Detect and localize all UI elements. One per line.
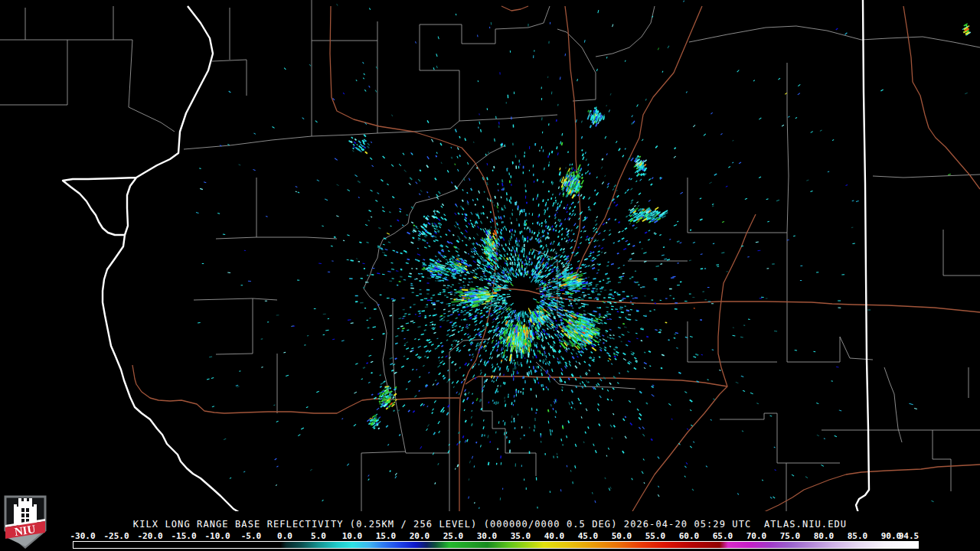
colorbar-tick: 5.0 [311, 531, 326, 541]
colorbar-tick: 70.0 [746, 531, 767, 541]
colorbar-tick: -20.0 [137, 531, 162, 541]
footer-bar: KILX LONG RANGE BASE REFLECTIVITY (0.25K… [0, 511, 980, 551]
colorbar-tick: 25.0 [443, 531, 464, 541]
colorbar-tick: 10.0 [342, 531, 363, 541]
colorbar-tick: -15.0 [171, 531, 196, 541]
colorbar-tick: 20.0 [410, 531, 430, 541]
niu-logo: NIU [3, 494, 47, 549]
colorbar-tick: 75.0 [780, 531, 801, 541]
colorbar-tick: 55.0 [645, 531, 666, 541]
colorbar-tick: 30.0 [477, 531, 498, 541]
colorbar-tick: 15.0 [376, 531, 397, 541]
radar-viewer: KILX LONG RANGE BASE REFLECTIVITY (0.25K… [0, 0, 980, 551]
colorbar-tick: 65.0 [713, 531, 733, 541]
colorbar-tick: 0.0 [277, 531, 292, 541]
colorbar-tick: 40.0 [544, 531, 565, 541]
colorbar-tick: 80.0 [814, 531, 835, 541]
radar-map-canvas [0, 0, 980, 551]
colorbar-tick: 35.0 [511, 531, 531, 541]
colorbar-tick-labels: -30.0-25.0-20.0-15.0-10.0-5.00.05.010.01… [0, 531, 980, 540]
colorbar-tick: 85.0 [848, 531, 868, 541]
colorbar-tick: -25.0 [103, 531, 129, 541]
colorbar-gradient [73, 541, 919, 549]
colorbar-tick: -30.0 [70, 531, 95, 541]
product-title: KILX LONG RANGE BASE REFLECTIVITY (0.25K… [0, 519, 980, 530]
colorbar-tick: 94.5 [899, 531, 920, 541]
colorbar-tick: 45.0 [578, 531, 599, 541]
colorbar-tick: 50.0 [612, 531, 632, 541]
colorbar-tick: -10.0 [204, 531, 230, 541]
colorbar-tick: 60.0 [679, 531, 700, 541]
colorbar-tick: -5.0 [241, 531, 262, 541]
